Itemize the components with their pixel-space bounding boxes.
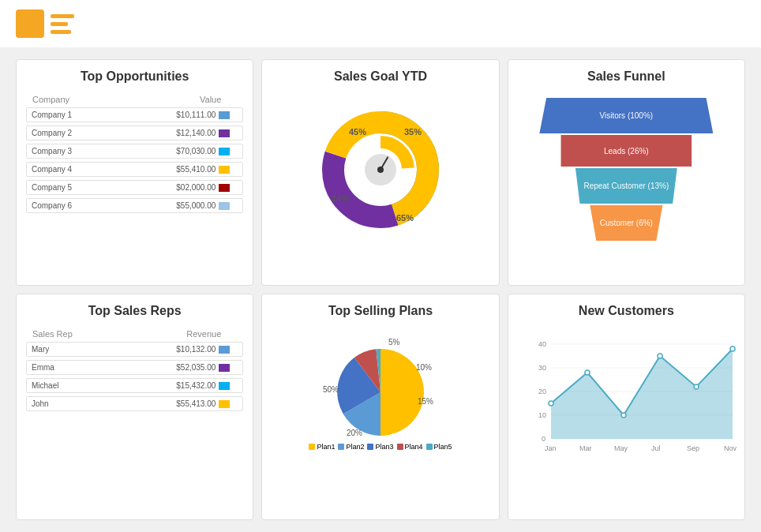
opp-company-name: Company 5: [32, 183, 156, 192]
logo-square: [16, 9, 44, 38]
opp-row: Company 5 $02,000.00: [26, 180, 243, 195]
funnel-layer: Repeat Customer (13%): [571, 168, 681, 204]
plans-legend-item: Plan3: [367, 443, 393, 451]
opp-bar: [219, 166, 230, 174]
plans-legend-label: Plan5: [434, 443, 452, 451]
plans-legend-item: Plan4: [397, 443, 423, 451]
opp-bar-container: [219, 184, 238, 192]
svg-text:Mar: Mar: [579, 444, 592, 452]
opp-company-value: $10,111.00: [159, 111, 216, 119]
reps-row: Emma $52,035.00: [26, 360, 243, 375]
svg-point-31: [694, 384, 699, 389]
svg-text:0: 0: [542, 435, 545, 443]
plans-legend-label: Plan4: [405, 443, 423, 451]
reps-bar: [219, 346, 230, 354]
svg-point-6: [377, 167, 384, 173]
top-selling-plans-title: Top Selling Plans: [272, 304, 489, 323]
opp-row: Company 2 $12,140.00: [26, 126, 243, 140]
svg-text:65%: 65%: [396, 213, 414, 223]
svg-text:Sep: Sep: [687, 444, 699, 452]
opp-row: Company 4 $55,410.00: [26, 162, 243, 177]
opp-bar-container: [219, 166, 238, 174]
sales-goal-gauge: 45% 35% 24% 65%: [309, 99, 452, 241]
reps-row: John $55,413.00: [26, 396, 243, 411]
opp-company-name: Company 2: [32, 129, 156, 137]
opp-col-company: Company: [32, 95, 161, 104]
reps-rep-name: John: [32, 399, 156, 408]
header: [0, 0, 761, 47]
opp-bar-container: [219, 129, 238, 137]
svg-text:20: 20: [538, 388, 546, 395]
plans-legend-item: Plan1: [309, 443, 335, 451]
plans-legend-item: Plan2: [338, 443, 364, 451]
reps-rep-value: $10,132.00: [159, 345, 216, 354]
svg-point-30: [658, 354, 662, 358]
top-sales-reps-card: Top Sales Reps Sales Rep Revenue Mary $1…: [16, 294, 253, 520]
top-selling-plans-card: Top Selling Plans 5% 10%: [261, 294, 499, 520]
reps-rep-name: Emma: [32, 363, 156, 372]
reps-bar-container: [219, 364, 238, 372]
opp-bar: [219, 184, 230, 192]
svg-text:45%: 45%: [349, 127, 366, 137]
funnel-label: Repeat Customer (13%): [583, 182, 669, 190]
plans-legend-label: Plan3: [375, 443, 393, 451]
sales-funnel-title: Sales Funnel: [518, 69, 735, 88]
reps-rep-value: $52,035.00: [159, 363, 216, 372]
opp-bar: [219, 148, 230, 155]
opp-company-name: Company 3: [32, 147, 156, 155]
svg-point-27: [549, 401, 553, 406]
funnel-label: Visitors (100%): [600, 111, 654, 120]
svg-text:24%: 24%: [332, 193, 349, 203]
main-content: Top Opportunities Company Value Company …: [0, 47, 761, 532]
plans-legend-item: Plan5: [426, 443, 452, 451]
funnel-layer: Leads (26%): [555, 135, 697, 167]
svg-text:50%: 50%: [323, 385, 339, 394]
funnel-label: Leads (26%): [604, 147, 649, 155]
new-customers-title: New Customers: [518, 304, 735, 323]
opp-bar-container: [219, 202, 238, 210]
svg-text:Jan: Jan: [545, 444, 557, 452]
svg-text:35%: 35%: [404, 127, 422, 137]
opp-company-name: Company 6: [32, 201, 156, 210]
opp-company-value: $55,000.00: [159, 201, 216, 210]
funnel-layer: Visitors (100%): [539, 98, 713, 133]
opp-rows-container: Company 1 $10,111.00 Company 2 $12,140.0…: [26, 107, 243, 213]
reps-bar-container: [219, 382, 238, 390]
svg-text:40: 40: [538, 340, 546, 348]
opp-company-name: Company 4: [32, 165, 156, 174]
selling-plans-pie: 5% 10% 15% 20% 50%: [313, 329, 448, 440]
svg-text:5%: 5%: [388, 338, 400, 347]
reps-row: Michael $15,432.00: [26, 378, 243, 393]
opp-bar-container: [219, 148, 238, 155]
top-opportunities-card: Top Opportunities Company Value Company …: [16, 59, 253, 286]
opp-company-value: $70,030.00: [159, 147, 216, 155]
sales-goal-title: Sales Goal YTD: [272, 69, 489, 88]
opp-row: Company 6 $55,000.00: [26, 198, 243, 213]
reps-bar-container: [219, 400, 238, 408]
opp-bar: [219, 202, 230, 210]
opp-row: Company 1 $10,111.00: [26, 107, 243, 122]
reps-col-name: Sales Rep: [32, 329, 161, 339]
logo-lines: [51, 14, 74, 34]
reps-bar: [219, 364, 230, 372]
svg-text:30: 30: [538, 364, 546, 372]
reps-rep-value: $55,413.00: [159, 399, 216, 408]
svg-point-32: [730, 347, 735, 351]
reps-rep-value: $15,432.00: [159, 381, 216, 390]
reps-rep-name: Michael: [32, 381, 156, 390]
reps-bar: [219, 382, 230, 390]
svg-point-29: [621, 413, 626, 418]
svg-text:10: 10: [538, 411, 546, 419]
top-opportunities-title: Top Opportunities: [26, 69, 243, 88]
plans-legend-label: Plan2: [346, 443, 364, 451]
opp-company-value: $02,000.00: [159, 183, 216, 192]
svg-text:May: May: [614, 444, 628, 452]
opp-company-name: Company 1: [32, 111, 156, 119]
sales-goal-card: Sales Goal YTD 45% 35% 24%: [261, 59, 499, 286]
opp-company-value: $12,140.00: [159, 129, 216, 137]
reps-rows-container: Mary $10,132.00 Emma $52,035.00 Michael …: [26, 342, 243, 411]
svg-text:10%: 10%: [416, 363, 432, 372]
reps-bar: [219, 400, 230, 408]
reps-bar-container: [219, 346, 238, 354]
svg-text:Jul: Jul: [651, 444, 661, 452]
